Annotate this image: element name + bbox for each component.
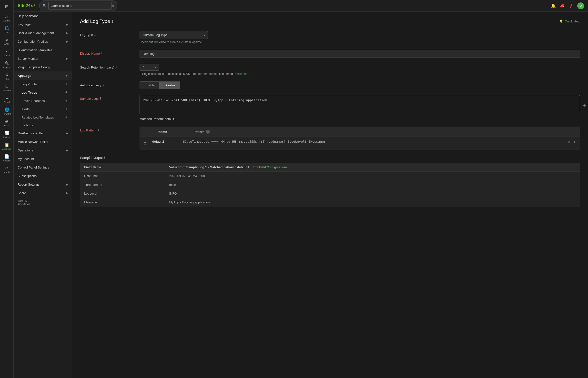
search-retention-content: 7 14 30 60 90 ▾ Billing considers 1GB up… bbox=[139, 64, 580, 76]
sidebar-item-my-account[interactable]: My Account bbox=[14, 155, 72, 163]
sidebar-item-web[interactable]: 🌐 Web bbox=[0, 24, 14, 36]
rum-icon: ◉ bbox=[5, 119, 9, 124]
notifications-icon[interactable]: 🔔 bbox=[551, 3, 556, 8]
sidebar-item-server[interactable]: ▪ Server bbox=[0, 47, 14, 59]
sidebar-item-server-monitor[interactable]: Server Monitor ▶ bbox=[14, 54, 72, 63]
sort-up-icon[interactable]: ▲ bbox=[144, 140, 146, 143]
sidebar-sub-related-log-templates[interactable]: Related Log Templates ＋ bbox=[14, 113, 72, 122]
log-types-plus-icon[interactable]: ＋ bbox=[65, 90, 68, 94]
log-type-content: Custom Log Type ▾ Check out this video t… bbox=[139, 31, 580, 44]
cloud-icon: ☁ bbox=[5, 95, 9, 100]
log-pattern-info-icon: ℹ bbox=[98, 129, 99, 132]
log-type-hint-link[interactable]: this bbox=[153, 40, 158, 44]
search-input[interactable] bbox=[48, 2, 111, 10]
auto-discovery-disable-button[interactable]: Disable bbox=[159, 81, 180, 89]
sidebar-item-mobile-network-poller[interactable]: Mobile Network Poller bbox=[14, 137, 72, 146]
sample-output-col-field: Field Name bbox=[80, 163, 165, 172]
sidebar-sub-saved-searches[interactable]: Saved Searches ＋ bbox=[14, 96, 72, 105]
help-icon[interactable]: ❓ bbox=[568, 3, 573, 8]
quick-help-button[interactable]: 💡 Quick Help bbox=[559, 19, 580, 23]
sidebar-item-metrics[interactable]: 📊 Metrics bbox=[0, 129, 14, 140]
sidebar-item-reports[interactable]: 📄 Reports bbox=[0, 152, 14, 164]
search-retention-select[interactable]: 7 14 30 60 90 bbox=[139, 64, 159, 71]
log-profile-plus-icon[interactable]: ＋ bbox=[65, 82, 68, 86]
log-pattern-edit-icon[interactable]: ✏ bbox=[568, 140, 570, 144]
log-pattern-add-icon[interactable]: ＋ bbox=[573, 140, 576, 144]
display-name-label: Display Name ℹ bbox=[80, 50, 134, 55]
log-pattern-data-row: ▲ ▼ default1 $DateTime:date:yyyy-MM-dd H… bbox=[140, 137, 580, 150]
log-pattern-sort-arrows[interactable]: ▲ ▼ bbox=[144, 140, 146, 147]
search-retention-hint-link[interactable]: Know more bbox=[234, 72, 249, 76]
sidebar-item-alarms[interactable]: ⚠ Alarms bbox=[0, 12, 14, 24]
auto-discovery-info-icon: ℹ bbox=[103, 83, 104, 87]
edit-field-configurations-link[interactable]: Edit Field Configurations bbox=[253, 166, 288, 169]
log-pattern-row: Log Pattern ℹ Name Pattern ? bbox=[80, 127, 580, 150]
sidebar-item-plugin-template[interactable]: Plugin Template Config bbox=[14, 63, 72, 71]
page-title-info-icon: ℹ bbox=[112, 19, 113, 23]
sample-output-section: Sample Output ℹ Field Name Value from Sa… bbox=[80, 156, 580, 207]
sample-logs-add-icon[interactable]: ＋ bbox=[582, 102, 587, 108]
saved-searches-plus-icon[interactable]: ＋ bbox=[65, 98, 68, 103]
announcements-icon[interactable]: 📣 bbox=[560, 3, 565, 8]
sidebar-sub-alerts[interactable]: Alerts ＋ bbox=[14, 105, 72, 113]
search-retention-label: Search Retention (days) ℹ bbox=[80, 64, 134, 69]
sidebar-item-admin[interactable]: ⚙ Admin bbox=[0, 164, 14, 176]
related-log-plus-icon[interactable]: ＋ bbox=[65, 115, 68, 120]
sidebar-item-cloud[interactable]: ☁ Cloud bbox=[0, 94, 14, 105]
user-avatar[interactable]: U bbox=[577, 2, 584, 9]
sidebar-item-plugins[interactable]: 🔌 Plugins bbox=[0, 59, 14, 70]
search-retention-hint: Billing considers 1GB uploads as 500MB f… bbox=[139, 72, 580, 76]
sample-output-field-name: LogLevel bbox=[80, 189, 165, 198]
sidebar-item-network[interactable]: 🌐 Network bbox=[0, 105, 14, 117]
auto-discovery-enable-button[interactable]: Enable bbox=[139, 81, 159, 89]
sidebar-item-report-settings[interactable]: Report Settings ▶ bbox=[14, 180, 72, 189]
auto-discovery-row: Auto Discovery ℹ Enable Disable bbox=[80, 81, 580, 89]
display-name-content bbox=[139, 50, 580, 58]
sample-logs-label: Sample Logs ℹ bbox=[80, 95, 134, 100]
search-bar[interactable]: 🔍 ⊗ bbox=[39, 0, 117, 11]
sidebar-item-subscriptions[interactable]: Subscriptions bbox=[14, 172, 72, 180]
log-type-select[interactable]: Custom Log Type bbox=[139, 31, 208, 39]
app-logo-grid[interactable]: ⊞ bbox=[5, 2, 9, 12]
topbar-right: 🔔 📣 ❓ U bbox=[551, 2, 584, 9]
sidebar-item-inventory[interactable]: Inventory ▶ bbox=[14, 20, 72, 29]
sample-output-col-value: Value from Sample Log 1 - Matched patter… bbox=[165, 163, 580, 172]
network-icon: 🌐 bbox=[4, 107, 9, 112]
page-header: Add Log Type ℹ 💡 Quick Help bbox=[80, 19, 580, 24]
table-row: DateTime2023-09-07 14:07:41,508 bbox=[80, 172, 580, 180]
log-type-row: Log Type ℹ Custom Log Type ▾ Check out t… bbox=[80, 31, 580, 44]
sidebar-item-vmware[interactable]: □ VMware bbox=[0, 82, 14, 94]
sidebar-item-applogs[interactable]: 📋 AppLogs bbox=[0, 140, 14, 152]
sidebar-item-rum[interactable]: ◉ RUM bbox=[0, 117, 14, 129]
sort-down-icon[interactable]: ▼ bbox=[144, 144, 146, 147]
sample-output-field-value: MyApp - Entering application. bbox=[165, 198, 580, 207]
sidebar-item-control-panel[interactable]: Control Panel Settings bbox=[14, 163, 72, 172]
alerts-plus-icon[interactable]: ＋ bbox=[65, 107, 68, 111]
display-name-info-icon: ℹ bbox=[101, 52, 102, 55]
clear-search-icon[interactable]: ⊗ bbox=[111, 4, 114, 8]
applogs-chevron: ▼ bbox=[65, 74, 68, 77]
display-name-input[interactable] bbox=[139, 50, 580, 58]
sidebar-item-apm[interactable]: ◈ APM bbox=[0, 36, 14, 47]
sidebar-item-k8s[interactable]: ⚙ K8s bbox=[0, 70, 14, 82]
sidebar: Help Assistant Inventory ▶ User & Alert … bbox=[14, 12, 72, 378]
sample-logs-textarea[interactable]: 2023-09-07 14:07:41,508 [main] INFO MyAp… bbox=[139, 95, 580, 114]
sidebar-sub-settings[interactable]: Settings bbox=[14, 122, 72, 129]
sample-output-field-name: Threadname bbox=[80, 180, 165, 189]
sidebar-item-applogs-menu[interactable]: AppLogs ▼ bbox=[14, 71, 72, 80]
applogs-icon: 📋 bbox=[4, 142, 9, 147]
sidebar-item-help-assistant[interactable]: Help Assistant bbox=[14, 12, 72, 20]
sidebar-item-config-profiles[interactable]: Configuration Profiles ▶ bbox=[14, 37, 72, 46]
server-icon: ▪ bbox=[6, 49, 8, 54]
log-pattern-table: Name Pattern ? ▲ ▼ default1 bbox=[139, 127, 580, 150]
sample-logs-info-icon: ℹ bbox=[100, 97, 101, 100]
sidebar-item-operations[interactable]: Operations ▶ bbox=[14, 146, 72, 155]
sidebar-item-user-alert[interactable]: User & Alert Management ▶ bbox=[14, 29, 72, 37]
web-icon: 🌐 bbox=[4, 26, 9, 30]
sidebar-item-on-premise-poller[interactable]: On-Premise Poller ▶ bbox=[14, 129, 72, 137]
sidebar-sub-log-types[interactable]: Log Types ＋ bbox=[14, 88, 72, 96]
sidebar-sub-log-profile[interactable]: Log Profile ＋ bbox=[14, 80, 72, 88]
sidebar-item-it-automation[interactable]: IT Automation Templates bbox=[14, 46, 72, 54]
inventory-chevron: ▶ bbox=[66, 23, 68, 26]
sidebar-item-share[interactable]: Share ▶ bbox=[14, 189, 72, 197]
